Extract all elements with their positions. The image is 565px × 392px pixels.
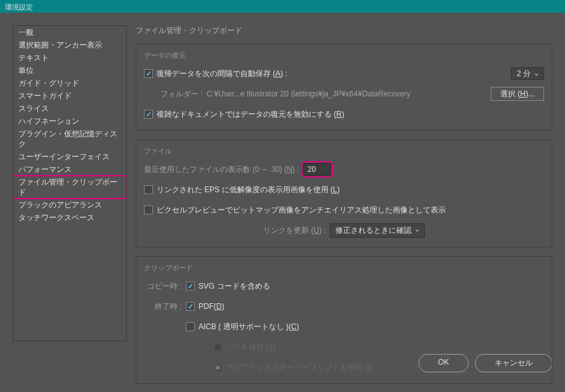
section-title-datarecovery: データの復元 [144, 51, 544, 60]
sidebar-item-general[interactable]: 一般 [13, 26, 126, 39]
pixelpreview-checkbox[interactable] [144, 206, 153, 214]
sidebar: 一般 選択範囲・アンカー表示 テキスト 単位 ガイド・グリッド スマートガイド … [13, 25, 127, 341]
copy-label: コピー時 : [144, 281, 182, 292]
pdf-checkbox[interactable] [186, 302, 195, 311]
sidebar-item-perf[interactable]: パフォーマンス [13, 163, 126, 176]
svg-checkbox[interactable] [186, 282, 195, 291]
sidebar-item-smartguides[interactable]: スマートガイド [13, 89, 126, 102]
pixelpreview-label: ピクセルプレビューでビットマップ画像をアンチエイリアス処理した画像として表示 [157, 205, 446, 216]
disable-complex-checkbox[interactable] [144, 110, 153, 119]
section-clipboard: クリップボード コピー時 : SVG コードを含める 終了時 : PDF(D) … [136, 256, 552, 384]
section-data-recovery: データの復元 復帰データを次の間隔で自動保存 (A) : 2 分 フォルダー :… [136, 44, 552, 131]
exit-label: 終了時 : [144, 301, 182, 312]
linked-eps-label: リンクされた EPS に低解像度の表示用画像を使用 (L) [157, 185, 340, 195]
sidebar-item-units[interactable]: 単位 [13, 64, 126, 77]
keepappearance-label: アピアランスとオーバープリントを保持 (I) [226, 362, 372, 373]
autosave-label: 復帰データを次の間隔で自動保存 (A) : [157, 69, 287, 79]
updatelinks-label: リンクを更新 (U) : [263, 225, 326, 236]
recent-label: 最近使用したファイルの表示数 (0 ～ 30) (N) : [144, 164, 299, 175]
window-title: 環境設定 [0, 0, 565, 13]
sidebar-item-file-clipboard[interactable]: ファイル管理・クリップボード [13, 176, 126, 199]
main-panel: ファイル管理・クリップボード データの復元 復帰データを次の間隔で自動保存 (A… [136, 25, 552, 341]
sidebar-item-guides[interactable]: ガイド・グリッド [13, 77, 126, 89]
section-file: ファイル 最近使用したファイルの表示数 (0 ～ 30) (N) : リンクされ… [136, 140, 552, 247]
keepappearance-radio [214, 363, 222, 372]
recent-files-input[interactable] [303, 163, 331, 176]
section-title-clipboard: クリップボード [144, 263, 544, 273]
page-title: ファイル管理・クリップボード [136, 25, 552, 36]
updatelinks-select[interactable]: 修正されるときに確認 [330, 223, 425, 238]
sidebar-item-selection[interactable]: 選択範囲・アンカー表示 [13, 39, 126, 51]
aicb-checkbox[interactable] [186, 322, 195, 331]
sidebar-item-hyphenation[interactable]: ハイフネーション [13, 115, 126, 127]
folder-path: C:¥User...e Illustrator 20 Settings¥ja_J… [207, 89, 411, 98]
disable-complex-label: 複雑なドキュメントではデータの復元を無効にする (R) [157, 109, 344, 120]
sidebar-item-text[interactable]: テキスト [13, 51, 126, 64]
sidebar-item-plugin[interactable]: プラグイン・仮想記憶ディスク [13, 127, 126, 150]
folder-label: フォルダー : [160, 89, 203, 100]
sidebar-item-ui[interactable]: ユーザーインターフェイス [13, 150, 126, 163]
keeppaths-radio [214, 343, 222, 351]
section-title-file: ファイル [144, 147, 544, 156]
autosave-interval-select[interactable]: 2 分 [511, 67, 544, 80]
autosave-checkbox[interactable] [144, 69, 153, 78]
sidebar-item-slice[interactable]: スライス [13, 102, 126, 115]
aicb-label: AICB ( 透明サポートなし )(C) [198, 322, 299, 332]
svg-label: SVG コードを含める [198, 281, 270, 292]
sidebar-item-touch[interactable]: タッチワークスペース [13, 211, 126, 224]
select-folder-button[interactable]: 選択 (H)... [491, 87, 544, 101]
keeppaths-label: パスを保持 (T) [226, 342, 276, 353]
linked-eps-checkbox[interactable] [144, 185, 153, 194]
sidebar-item-black[interactable]: ブラックのアピアランス [13, 199, 126, 211]
pdf-label: PDF(D) [198, 302, 224, 311]
